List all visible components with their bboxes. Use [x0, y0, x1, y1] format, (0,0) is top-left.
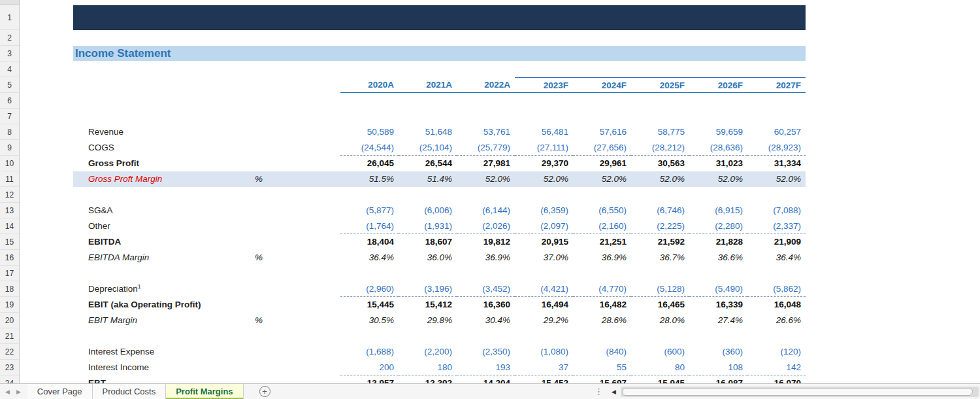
cell-2024F[interactable]: 29,961	[573, 156, 631, 171]
cell-2023F[interactable]: 37	[515, 360, 573, 375]
row-number[interactable]: 5	[0, 77, 19, 93]
cell-2027F[interactable]: 26.6%	[747, 313, 806, 328]
cell-2023F[interactable]: 29.2%	[515, 313, 573, 328]
cell-2024F[interactable]: 21,251	[573, 234, 631, 250]
percent-unit-cell[interactable]	[255, 140, 340, 156]
cell-2021A[interactable]: 26,544	[399, 156, 457, 171]
cell-2027F[interactable]: (2,337)	[747, 218, 806, 234]
row-number[interactable]: 14	[0, 218, 19, 234]
cell-2021A[interactable]: 36.0%	[399, 250, 457, 266]
row-label[interactable]: Interest Income	[73, 360, 255, 375]
cell-2025F[interactable]: (600)	[631, 344, 689, 360]
row-label[interactable]: Interest Expense	[73, 344, 255, 360]
cell-2027F[interactable]: (7,088)	[747, 203, 806, 218]
row-label[interactable]: Other	[73, 218, 255, 234]
cell-2023F[interactable]: (2,097)	[515, 218, 573, 234]
row-number[interactable]: 18	[0, 281, 19, 297]
row-number[interactable]: 20	[0, 313, 19, 328]
row-number[interactable]: 3	[0, 46, 19, 61]
cell-2020A[interactable]: 26,045	[340, 156, 399, 171]
cell-2020A[interactable]: (1,764)	[340, 218, 399, 234]
cell-2022A[interactable]: (6,144)	[457, 203, 515, 218]
cell-2024F[interactable]: 57,616	[573, 124, 631, 140]
cell-2024F[interactable]: 15,697	[573, 375, 631, 383]
cell-2027F[interactable]: 60,257	[747, 124, 806, 140]
column-header-2026f[interactable]: 2026F	[689, 77, 747, 93]
cell-2020A[interactable]: (2,960)	[340, 281, 399, 297]
cell-2021A[interactable]: 18,607	[399, 234, 457, 250]
cell-2024F[interactable]: (840)	[573, 344, 631, 360]
row-number[interactable]: 11	[0, 171, 19, 187]
row-number[interactable]: 22	[0, 344, 19, 360]
column-header-2024f[interactable]: 2024F	[573, 77, 631, 93]
sheet-tab-profit-margins[interactable]: Profit Margins	[166, 384, 243, 399]
percent-unit-cell[interactable]	[255, 203, 340, 218]
row-label[interactable]: EBITDA	[73, 234, 255, 250]
horizontal-scrollbar[interactable]	[621, 387, 979, 397]
cell-2022A[interactable]: 19,812	[457, 234, 515, 250]
add-sheet-button[interactable]: +	[259, 386, 270, 397]
cell-2022A[interactable]: 36.9%	[457, 250, 515, 266]
cell-2027F[interactable]: 16,070	[747, 375, 806, 383]
row-label[interactable]: Gross Profit	[73, 156, 255, 171]
cell-2025F[interactable]: (5,128)	[631, 281, 689, 297]
cell-2023F[interactable]: 29,370	[515, 156, 573, 171]
percent-unit-cell[interactable]	[255, 297, 340, 313]
cell-2027F[interactable]: 16,048	[747, 297, 806, 313]
row-number[interactable]: 13	[0, 203, 19, 218]
cell-2020A[interactable]: 200	[340, 360, 399, 375]
cell-2026F[interactable]: (28,636)	[689, 140, 747, 156]
cell-2026F[interactable]: 21,828	[689, 234, 747, 250]
cell-2023F[interactable]: 20,915	[515, 234, 573, 250]
cell-2020A[interactable]: 36.4%	[340, 250, 399, 266]
cell-2024F[interactable]: 16,482	[573, 297, 631, 313]
percent-unit-cell[interactable]: %	[255, 250, 340, 266]
cell-2027F[interactable]: 142	[747, 360, 806, 375]
cell-2024F[interactable]: (6,550)	[573, 203, 631, 218]
cell-2026F[interactable]: 59,659	[689, 124, 747, 140]
horizontal-scrollbar-thumb[interactable]	[622, 388, 973, 396]
cell-2024F[interactable]: 55	[573, 360, 631, 375]
cell-2026F[interactable]: 16,087	[689, 375, 747, 383]
cell-2021A[interactable]: (6,006)	[399, 203, 457, 218]
cell-2022A[interactable]: 16,360	[457, 297, 515, 313]
percent-unit-cell[interactable]: %	[255, 171, 340, 187]
column-header-2021a[interactable]: 2021A	[399, 77, 457, 93]
column-header-2020a[interactable]: 2020A	[340, 77, 399, 93]
cell-2021A[interactable]: 15,412	[399, 297, 457, 313]
cell-2026F[interactable]: 108	[689, 360, 747, 375]
cell-2021A[interactable]: (3,196)	[399, 281, 457, 297]
cell-2023F[interactable]: 15,452	[515, 375, 573, 383]
cell-2025F[interactable]: 36.7%	[631, 250, 689, 266]
cell-2023F[interactable]: 56,481	[515, 124, 573, 140]
cell-2024F[interactable]: 36.9%	[573, 250, 631, 266]
cell-2026F[interactable]: 16,339	[689, 297, 747, 313]
row-number[interactable]: 24	[0, 375, 19, 383]
cell-2023F[interactable]: (6,359)	[515, 203, 573, 218]
cell-2025F[interactable]: (6,746)	[631, 203, 689, 218]
cell-2021A[interactable]: 51.4%	[399, 171, 457, 187]
row-label[interactable]: Revenue	[73, 124, 255, 140]
cell-2021A[interactable]: (25,104)	[399, 140, 457, 156]
cell-2022A[interactable]: (25,779)	[457, 140, 515, 156]
cell-2021A[interactable]: (2,200)	[399, 344, 457, 360]
cell-2023F[interactable]: (27,111)	[515, 140, 573, 156]
cell-2024F[interactable]: (2,160)	[573, 218, 631, 234]
sheet-tab-cover-page[interactable]: Cover Page	[27, 384, 93, 399]
column-header-2025f[interactable]: 2025F	[631, 77, 689, 93]
cell-2026F[interactable]: 31,023	[689, 156, 747, 171]
row-label[interactable]: Gross Proft Margin	[73, 171, 255, 187]
cell-2020A[interactable]: 50,589	[340, 124, 399, 140]
percent-unit-cell[interactable]	[255, 344, 340, 360]
cell-2026F[interactable]: 52.0%	[689, 171, 747, 187]
cell-2020A[interactable]: 18,404	[340, 234, 399, 250]
cell-2022A[interactable]: (2,350)	[457, 344, 515, 360]
cell-2022A[interactable]: 52.0%	[457, 171, 515, 187]
row-number[interactable]: 4	[0, 61, 19, 77]
cell-2027F[interactable]: 31,334	[747, 156, 806, 171]
row-label[interactable]: COGS	[73, 140, 255, 156]
cell-2025F[interactable]: 16,465	[631, 297, 689, 313]
cell-2027F[interactable]: 36.4%	[747, 250, 806, 266]
splitter-dots-icon[interactable]: ⋮	[591, 387, 607, 396]
cell-2021A[interactable]: 13,392	[399, 375, 457, 383]
